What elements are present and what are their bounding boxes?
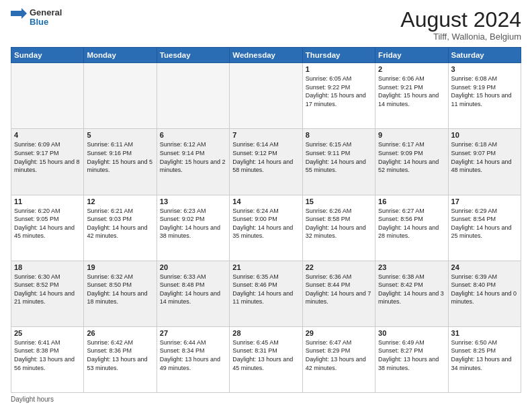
day-info: Sunrise: 6:06 AMSunset: 9:21 PMDaylight:… xyxy=(378,75,445,108)
col-header-friday: Friday xyxy=(375,48,448,63)
day-number: 9 xyxy=(378,131,445,139)
day-number: 29 xyxy=(306,329,372,337)
day-number: 30 xyxy=(378,329,445,337)
day-info: Sunrise: 6:39 AMSunset: 8:40 PMDaylight:… xyxy=(451,273,518,306)
day-info: Sunrise: 6:12 AMSunset: 9:14 PMDaylight:… xyxy=(160,140,226,174)
col-header-tuesday: Tuesday xyxy=(157,48,229,63)
day-number: 26 xyxy=(87,329,153,337)
calendar-cell: 3Sunrise: 6:08 AMSunset: 9:19 PMDaylight… xyxy=(448,63,521,129)
day-info: Sunrise: 6:38 AMSunset: 8:42 PMDaylight:… xyxy=(378,273,445,306)
day-info: Sunrise: 6:17 AMSunset: 9:09 PMDaylight:… xyxy=(378,140,445,174)
calendar-cell: 4Sunrise: 6:09 AMSunset: 9:17 PMDaylight… xyxy=(11,129,84,195)
calendar-cell: 21Sunrise: 6:35 AMSunset: 8:46 PMDayligh… xyxy=(230,261,302,326)
calendar-cell: 6Sunrise: 6:12 AMSunset: 9:14 PMDaylight… xyxy=(157,129,229,195)
day-number: 1 xyxy=(306,65,372,73)
day-number: 16 xyxy=(378,197,445,205)
day-number: 4 xyxy=(14,131,81,139)
calendar-cell: 26Sunrise: 6:42 AMSunset: 8:36 PMDayligh… xyxy=(84,326,157,392)
calendar-cell: 29Sunrise: 6:47 AMSunset: 8:29 PMDayligh… xyxy=(302,326,375,392)
calendar-cell: 28Sunrise: 6:45 AMSunset: 8:31 PMDayligh… xyxy=(230,326,302,392)
day-info: Sunrise: 6:18 AMSunset: 9:07 PMDaylight:… xyxy=(451,140,518,174)
day-number: 25 xyxy=(14,329,81,337)
col-header-wednesday: Wednesday xyxy=(230,48,302,63)
day-info: Sunrise: 6:27 AMSunset: 8:56 PMDaylight:… xyxy=(378,207,445,240)
day-number: 31 xyxy=(451,329,518,337)
calendar-week-row: 11Sunrise: 6:20 AMSunset: 9:05 PMDayligh… xyxy=(11,195,521,261)
title-block: August 2024 Tilff, Wallonia, Belgium xyxy=(400,8,521,42)
day-info: Sunrise: 6:15 AMSunset: 9:11 PMDaylight:… xyxy=(306,140,372,174)
svg-marker-0 xyxy=(11,8,27,19)
day-info: Sunrise: 6:21 AMSunset: 9:03 PMDaylight:… xyxy=(87,207,153,240)
day-number: 22 xyxy=(306,263,372,271)
day-number: 12 xyxy=(87,197,153,205)
day-number: 6 xyxy=(160,131,226,139)
calendar-cell xyxy=(11,63,84,129)
calendar-cell: 12Sunrise: 6:21 AMSunset: 9:03 PMDayligh… xyxy=(84,195,157,261)
day-info: Sunrise: 6:05 AMSunset: 9:22 PMDaylight:… xyxy=(306,75,372,108)
calendar-cell: 5Sunrise: 6:11 AMSunset: 9:16 PMDaylight… xyxy=(84,129,157,195)
logo: General Blue xyxy=(11,8,62,28)
day-number: 13 xyxy=(160,197,226,205)
footer-note: Daylight hours xyxy=(11,396,521,403)
day-info: Sunrise: 6:44 AMSunset: 8:34 PMDaylight:… xyxy=(160,338,226,372)
calendar-cell xyxy=(157,63,229,129)
day-number: 10 xyxy=(451,131,518,139)
calendar-cell: 8Sunrise: 6:15 AMSunset: 9:11 PMDaylight… xyxy=(302,129,375,195)
header: General Blue August 2024 Tilff, Wallonia… xyxy=(11,8,521,42)
day-number: 24 xyxy=(451,263,518,271)
day-info: Sunrise: 6:08 AMSunset: 9:19 PMDaylight:… xyxy=(451,75,518,108)
calendar-cell: 16Sunrise: 6:27 AMSunset: 8:56 PMDayligh… xyxy=(375,195,448,261)
calendar-cell: 24Sunrise: 6:39 AMSunset: 8:40 PMDayligh… xyxy=(448,261,521,326)
day-info: Sunrise: 6:36 AMSunset: 8:44 PMDaylight:… xyxy=(306,273,372,306)
logo-icon xyxy=(11,8,27,27)
day-info: Sunrise: 6:50 AMSunset: 8:25 PMDaylight:… xyxy=(451,338,518,372)
calendar-week-row: 25Sunrise: 6:41 AMSunset: 8:38 PMDayligh… xyxy=(11,326,521,392)
day-number: 15 xyxy=(306,197,372,205)
day-info: Sunrise: 6:23 AMSunset: 9:02 PMDaylight:… xyxy=(160,207,226,240)
day-info: Sunrise: 6:24 AMSunset: 9:00 PMDaylight:… xyxy=(232,207,299,240)
calendar-week-row: 1Sunrise: 6:05 AMSunset: 9:22 PMDaylight… xyxy=(11,63,521,129)
day-number: 5 xyxy=(87,131,153,139)
day-info: Sunrise: 6:35 AMSunset: 8:46 PMDaylight:… xyxy=(232,273,299,306)
calendar-cell: 22Sunrise: 6:36 AMSunset: 8:44 PMDayligh… xyxy=(302,261,375,326)
day-number: 21 xyxy=(232,263,299,271)
day-info: Sunrise: 6:20 AMSunset: 9:05 PMDaylight:… xyxy=(14,207,81,240)
calendar-cell: 19Sunrise: 6:32 AMSunset: 8:50 PMDayligh… xyxy=(84,261,157,326)
month-title: August 2024 xyxy=(400,8,521,32)
day-info: Sunrise: 6:29 AMSunset: 8:54 PMDaylight:… xyxy=(451,207,518,240)
day-number: 7 xyxy=(232,131,299,139)
calendar-cell: 11Sunrise: 6:20 AMSunset: 9:05 PMDayligh… xyxy=(11,195,84,261)
calendar-cell: 27Sunrise: 6:44 AMSunset: 8:34 PMDayligh… xyxy=(157,326,229,392)
col-header-monday: Monday xyxy=(84,48,157,63)
calendar-cell: 31Sunrise: 6:50 AMSunset: 8:25 PMDayligh… xyxy=(448,326,521,392)
day-number: 28 xyxy=(232,329,299,337)
day-number: 18 xyxy=(14,263,81,271)
day-info: Sunrise: 6:42 AMSunset: 8:36 PMDaylight:… xyxy=(87,338,153,372)
col-header-thursday: Thursday xyxy=(302,48,375,63)
day-info: Sunrise: 6:49 AMSunset: 8:27 PMDaylight:… xyxy=(378,338,445,372)
day-number: 27 xyxy=(160,329,226,337)
day-info: Sunrise: 6:47 AMSunset: 8:29 PMDaylight:… xyxy=(306,338,372,372)
day-info: Sunrise: 6:11 AMSunset: 9:16 PMDaylight:… xyxy=(87,140,153,174)
calendar-cell: 17Sunrise: 6:29 AMSunset: 8:54 PMDayligh… xyxy=(448,195,521,261)
location: Tilff, Wallonia, Belgium xyxy=(400,32,521,42)
calendar-cell xyxy=(84,63,157,129)
calendar-cell: 18Sunrise: 6:30 AMSunset: 8:52 PMDayligh… xyxy=(11,261,84,326)
calendar-cell: 23Sunrise: 6:38 AMSunset: 8:42 PMDayligh… xyxy=(375,261,448,326)
day-number: 14 xyxy=(232,197,299,205)
day-info: Sunrise: 6:32 AMSunset: 8:50 PMDaylight:… xyxy=(87,273,153,306)
page: General Blue August 2024 Tilff, Wallonia… xyxy=(0,0,532,411)
col-header-sunday: Sunday xyxy=(11,48,84,63)
day-info: Sunrise: 6:09 AMSunset: 9:17 PMDaylight:… xyxy=(14,140,81,174)
day-number: 2 xyxy=(378,65,445,73)
calendar-cell: 25Sunrise: 6:41 AMSunset: 8:38 PMDayligh… xyxy=(11,326,84,392)
day-info: Sunrise: 6:14 AMSunset: 9:12 PMDaylight:… xyxy=(232,140,299,174)
calendar-cell: 2Sunrise: 6:06 AMSunset: 9:21 PMDaylight… xyxy=(375,63,448,129)
day-number: 3 xyxy=(451,65,518,73)
calendar-cell: 14Sunrise: 6:24 AMSunset: 9:00 PMDayligh… xyxy=(230,195,302,261)
day-info: Sunrise: 6:41 AMSunset: 8:38 PMDaylight:… xyxy=(14,338,81,372)
calendar-cell: 1Sunrise: 6:05 AMSunset: 9:22 PMDaylight… xyxy=(302,63,375,129)
logo-text: General Blue xyxy=(30,8,62,28)
logo-general: General xyxy=(30,8,62,17)
calendar-cell: 10Sunrise: 6:18 AMSunset: 9:07 PMDayligh… xyxy=(448,129,521,195)
